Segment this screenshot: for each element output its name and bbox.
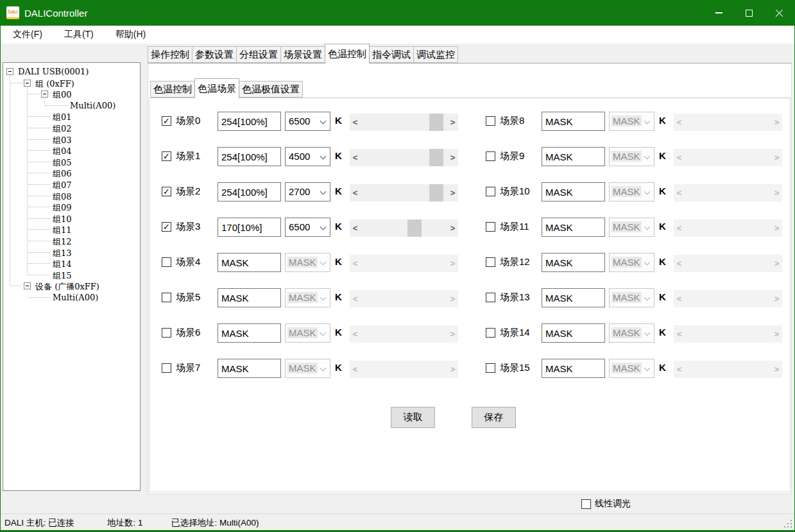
scene-level-input[interactable] bbox=[542, 253, 605, 272]
scene-cct-dropdown[interactable]: MASK bbox=[285, 253, 330, 272]
scene-checkbox[interactable] bbox=[162, 293, 171, 302]
tree-item[interactable]: 组14 bbox=[3, 258, 140, 269]
scrollbar-thumb[interactable] bbox=[407, 219, 422, 237]
scene-level-input[interactable] bbox=[218, 182, 281, 202]
sub-tab-1[interactable]: 色温控制 bbox=[150, 81, 195, 98]
main-tab-3[interactable]: 分组设置 bbox=[236, 46, 281, 63]
tree-item[interactable]: DALI USB(0001) bbox=[3, 66, 140, 77]
scene-level-input[interactable] bbox=[218, 147, 281, 166]
scene-cct-dropdown[interactable]: 2700 bbox=[285, 182, 330, 202]
menu-item-file[interactable]: 文件(F) bbox=[4, 26, 51, 43]
scroll-left-arrow-icon[interactable]: < bbox=[350, 184, 361, 202]
scene-cct-dropdown[interactable]: MASK bbox=[285, 323, 330, 343]
scene-checkbox[interactable] bbox=[486, 257, 495, 267]
scene-cct-dropdown[interactable]: 6500 bbox=[285, 112, 330, 131]
linear-dimming-checkbox[interactable]: 线性调光 bbox=[581, 498, 631, 510]
cct-scrollbar[interactable]: <> bbox=[350, 184, 458, 202]
cct-scrollbar[interactable]: <> bbox=[350, 149, 458, 166]
scrollbar-thumb[interactable] bbox=[429, 184, 443, 202]
scene-cct-dropdown[interactable]: MASK bbox=[285, 359, 330, 378]
tree-item[interactable]: 组15 bbox=[3, 270, 140, 280]
read-button[interactable]: 读取 bbox=[391, 407, 435, 428]
scene-cct-dropdown[interactable]: MASK bbox=[609, 112, 654, 131]
scene-level-input[interactable] bbox=[218, 323, 281, 343]
tree-item[interactable]: 组11 bbox=[3, 224, 140, 235]
scene-level-input[interactable] bbox=[542, 288, 605, 307]
resize-grip-icon[interactable] bbox=[791, 526, 792, 528]
scene-checkbox[interactable]: ✓ bbox=[162, 151, 171, 161]
scene-cct-dropdown[interactable]: MASK bbox=[609, 323, 654, 343]
device-tree[interactable]: DALI USB(0001)组 (0xFF)组00Multi(A00)组01组0… bbox=[3, 62, 141, 491]
tree-item[interactable]: 组09 bbox=[3, 202, 140, 212]
tree-item[interactable]: 组 (0xFF) bbox=[3, 78, 140, 89]
scene-level-input[interactable] bbox=[542, 112, 605, 131]
scene-cct-dropdown[interactable]: MASK bbox=[285, 288, 330, 307]
scroll-right-arrow-icon[interactable]: > bbox=[447, 114, 458, 131]
scene-cct-dropdown[interactable]: MASK bbox=[609, 218, 654, 237]
tree-item[interactable]: 组00 bbox=[3, 89, 140, 99]
checkbox-icon[interactable] bbox=[581, 499, 591, 509]
sub-tab-2[interactable]: 色温场景 bbox=[194, 78, 239, 98]
scene-level-input[interactable] bbox=[218, 253, 281, 272]
scroll-left-arrow-icon[interactable]: < bbox=[350, 114, 361, 131]
tree-item[interactable]: 组10 bbox=[3, 213, 140, 224]
main-tab-1[interactable]: 操作控制 bbox=[148, 46, 192, 63]
scene-checkbox[interactable] bbox=[486, 363, 495, 373]
scene-checkbox[interactable] bbox=[486, 293, 495, 302]
scene-cct-dropdown[interactable]: MASK bbox=[609, 253, 654, 272]
scene-checkbox[interactable] bbox=[486, 116, 495, 126]
tree-expander-icon[interactable] bbox=[24, 282, 31, 289]
menu-item-help[interactable]: 帮助(H) bbox=[107, 26, 154, 43]
scene-level-input[interactable] bbox=[218, 288, 281, 307]
scene-cct-dropdown[interactable]: MASK bbox=[609, 288, 654, 307]
tree-item[interactable]: 组03 bbox=[3, 134, 140, 145]
close-button[interactable] bbox=[764, 0, 794, 26]
scene-cct-dropdown[interactable]: 6500 bbox=[285, 218, 330, 237]
scene-checkbox[interactable] bbox=[162, 328, 171, 338]
scene-cct-dropdown[interactable]: MASK bbox=[609, 359, 654, 378]
tree-item[interactable]: Multi(A00) bbox=[3, 292, 140, 303]
menu-item-tools[interactable]: 工具(T) bbox=[56, 26, 102, 43]
scene-level-input[interactable] bbox=[218, 218, 281, 237]
scroll-right-arrow-icon[interactable]: > bbox=[447, 184, 458, 202]
scroll-left-arrow-icon[interactable]: < bbox=[350, 219, 361, 237]
tree-item[interactable]: 组06 bbox=[3, 167, 140, 178]
scroll-left-arrow-icon[interactable]: < bbox=[350, 149, 361, 166]
tree-item[interactable]: 组12 bbox=[3, 236, 140, 246]
scene-checkbox[interactable]: ✓ bbox=[162, 116, 171, 126]
scene-level-input[interactable] bbox=[542, 147, 605, 166]
main-tab-7[interactable]: 调试监控 bbox=[413, 46, 458, 63]
scene-checkbox[interactable] bbox=[486, 222, 495, 232]
scrollbar-thumb[interactable] bbox=[429, 149, 443, 166]
scene-cct-dropdown[interactable]: MASK bbox=[609, 182, 654, 202]
maximize-button[interactable] bbox=[734, 0, 764, 26]
tree-expander-icon[interactable] bbox=[6, 68, 13, 75]
tree-expander-icon[interactable] bbox=[41, 90, 48, 98]
tree-item[interactable]: 组07 bbox=[3, 179, 140, 190]
scrollbar-thumb[interactable] bbox=[429, 114, 443, 131]
tree-expander-icon[interactable] bbox=[24, 80, 31, 87]
main-tab-4[interactable]: 场景设置 bbox=[280, 46, 325, 63]
minimize-button[interactable] bbox=[704, 0, 734, 26]
scene-checkbox[interactable] bbox=[486, 151, 495, 161]
main-tab-6[interactable]: 指令调试 bbox=[369, 46, 414, 63]
scene-level-input[interactable] bbox=[542, 182, 605, 202]
save-button[interactable]: 保存 bbox=[472, 407, 516, 428]
tree-item[interactable]: Multi(A00) bbox=[3, 100, 140, 111]
tree-item[interactable]: 组01 bbox=[3, 111, 140, 122]
scene-checkbox[interactable] bbox=[162, 363, 171, 373]
cct-scrollbar[interactable]: <> bbox=[350, 219, 458, 237]
scene-checkbox[interactable]: ✓ bbox=[162, 187, 171, 196]
scene-cct-dropdown[interactable]: 4500 bbox=[285, 147, 330, 166]
scene-level-input[interactable] bbox=[542, 359, 605, 378]
tree-item[interactable]: 组05 bbox=[3, 157, 140, 167]
scene-checkbox[interactable] bbox=[486, 187, 495, 196]
scroll-right-arrow-icon[interactable]: > bbox=[447, 149, 458, 166]
scene-checkbox[interactable]: ✓ bbox=[162, 222, 171, 232]
cct-scrollbar[interactable]: <> bbox=[350, 114, 458, 131]
scroll-right-arrow-icon[interactable]: > bbox=[447, 219, 458, 237]
scene-level-input[interactable] bbox=[218, 359, 281, 378]
scene-level-input[interactable] bbox=[542, 218, 605, 237]
scene-level-input[interactable] bbox=[218, 112, 281, 131]
tree-item[interactable]: 组02 bbox=[3, 123, 140, 133]
